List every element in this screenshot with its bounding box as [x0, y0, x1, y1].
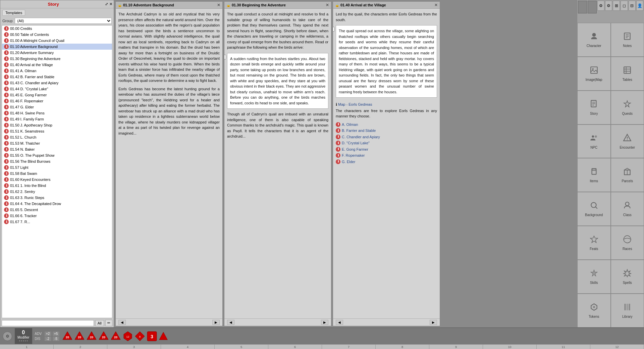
top-icon-btn-3[interactable]: ◻ — [621, 1, 628, 11]
story-item-icon: ℹ — [4, 189, 9, 194]
story-list-item[interactable]: ℹ01.44 D. "Crystal Lake" — [2, 86, 112, 92]
story-list-item[interactable]: ℹ01.51 K. Seamstress — [2, 128, 112, 134]
link-label[interactable]: F. Ropemaker — [342, 153, 365, 158]
sidebar-btn-quests[interactable]: Quests — [611, 91, 644, 124]
story-list-item[interactable]: ℹ01.42 B. Farrier and Stable — [2, 74, 112, 80]
sidebar-btn-spells[interactable]: Spells — [611, 260, 644, 294]
story-list-item[interactable]: ℹ01.52 L. Church — [2, 134, 112, 140]
top-icon-btn-1[interactable]: ⚙ — [605, 1, 612, 11]
sidebar-btn-class[interactable]: Class — [611, 192, 644, 226]
group-select[interactable]: (All) — [15, 18, 112, 24]
top-icon-btn-5[interactable]: 👤 — [636, 1, 643, 11]
close-button-2[interactable]: ✕ — [326, 3, 329, 7]
die-d20-1[interactable]: 20 — [62, 331, 73, 342]
sidebar-btn-skills[interactable]: Skills — [577, 260, 611, 294]
sidebar-btn-parcels[interactable]: Parcels — [611, 158, 644, 192]
sidebar-btn-tables[interactable]: Tables — [611, 57, 644, 91]
story-list-item[interactable]: ℹ01.54 N. Baker — [2, 146, 112, 152]
story-list-item[interactable]: ℹ01.62 2. Sentry — [2, 189, 112, 195]
die-triangle[interactable] — [159, 332, 168, 341]
resize-icon[interactable]: ⤢ — [105, 2, 108, 6]
story-list-item[interactable]: ℹ00.50 Table of Contents — [2, 32, 112, 38]
top-icon-btn-4[interactable]: ⊟ — [629, 1, 636, 11]
story-list-item[interactable]: ℹ01.00 A Midnight Council of Quail — [2, 38, 112, 44]
link-label[interactable]: E. Gong Farmer — [342, 147, 368, 152]
link-label[interactable]: B. Farrier and Stable — [342, 128, 376, 134]
stat-dis-label: DIS — [35, 337, 43, 341]
nav-prev-3[interactable]: ◀ — [336, 320, 343, 325]
location-link: ℹ D. "Crystal Lake" — [336, 140, 437, 146]
story-list-item[interactable]: ℹ01.66 6. Tracker — [2, 213, 112, 219]
sidebar-btn-races[interactable]: Races — [611, 226, 644, 260]
story-list-item[interactable]: ℹ01.20 Adventure Summary — [2, 50, 112, 56]
nav-next-2[interactable]: ▶ — [321, 320, 328, 325]
callout-checkbox-2[interactable] — [224, 55, 226, 59]
edit-button[interactable]: ✏ — [105, 320, 112, 326]
link-label[interactable]: D. "Crystal Lake" — [342, 140, 370, 146]
nav-prev-2[interactable]: ◀ — [227, 320, 234, 325]
story-list-item[interactable]: ℹ01.67 7. R... — [2, 219, 112, 225]
sidebar-btn-notes[interactable]: Notes — [611, 23, 644, 57]
sidebar-btn-tokens[interactable]: Tokens — [577, 294, 611, 328]
die-d12[interactable]: 12 — [122, 331, 133, 342]
story-list-item[interactable]: ℹ01.49 I. Family Farm — [2, 116, 112, 122]
story-list-item[interactable]: ℹ01.30 Beginning the Adventure — [2, 56, 112, 62]
story-list-item[interactable]: ℹ01.60 Keyed Encounters — [2, 177, 112, 183]
sidebar-btn-npc[interactable]: NPC — [577, 124, 611, 158]
ruler-mark: 7 — [322, 345, 376, 349]
sidebar-btn-background[interactable]: Background — [577, 192, 611, 226]
sidebar-btn-library[interactable]: Library — [611, 294, 644, 328]
die-d20-5[interactable]: 20 — [110, 331, 121, 342]
link-label[interactable]: C. Chandler and Apiary — [342, 134, 380, 140]
story-list-item[interactable]: ℹ01.46 F. Ropemaker — [2, 98, 112, 104]
die-d20-2[interactable]: 20 — [74, 331, 85, 342]
callout-checkbox-3[interactable] — [333, 27, 335, 32]
story-list-item[interactable]: ℹ01.65 5. Descent — [2, 207, 112, 213]
story-list-item[interactable]: ℹ01.48 H. Swine Pens — [2, 110, 112, 116]
thumbnail-2[interactable] — [588, 1, 597, 13]
top-icon-btn-2[interactable]: ⊞ — [613, 1, 620, 11]
story-list-item[interactable]: ℹ01.57 Light — [2, 164, 112, 170]
settings-button[interactable]: ⚙ — [3, 332, 12, 341]
story-list-item[interactable]: ℹ01.50 J. Apothecary Shop — [2, 122, 112, 128]
story-list-item[interactable]: ℹ01.41 A. Oilman — [2, 68, 112, 74]
die-num3[interactable]: 3 — [147, 331, 157, 342]
nav-next-1[interactable]: ▶ — [212, 320, 220, 325]
story-list-item[interactable]: ℹ01.63 3. Runic Steps — [2, 195, 112, 201]
map-link-label[interactable]: Map - Eorls Gedreas — [338, 102, 372, 107]
stat-adv-val: +2 — [45, 332, 51, 336]
sidebar-btn-character[interactable]: Character — [577, 23, 611, 57]
story-list-item[interactable]: ℹ01.53 M. Thatcher — [2, 140, 112, 146]
die-d20-4[interactable]: 20 — [98, 331, 109, 342]
story-list-item[interactable]: ℹ00.00 Credits — [2, 26, 112, 32]
nav-prev-1[interactable]: ◀ — [118, 320, 126, 325]
top-icon-btn-0[interactable]: ⚙ — [597, 1, 604, 11]
close-button-1[interactable]: ✕ — [217, 3, 220, 7]
nav-next-3[interactable]: ▶ — [430, 320, 437, 325]
story-list-item[interactable]: ℹ01.64 4. The Decapitated Drow — [2, 201, 112, 207]
die-d8[interactable]: 8 — [135, 331, 145, 342]
search-input[interactable] — [2, 320, 94, 326]
story-list-item[interactable]: ℹ01.56 The Blind Burrows — [2, 158, 112, 164]
story-list-item[interactable]: ℹ01.40 Arrival at the Village — [2, 62, 112, 68]
story-list-item[interactable]: ℹ01.58 Bat Swam — [2, 170, 112, 177]
link-label[interactable]: G. Elder — [342, 159, 355, 165]
story-list-item[interactable]: ℹ01.10 Adventure Background — [2, 44, 112, 50]
die-d20-3[interactable]: 20 — [86, 331, 97, 342]
thumbnail-1[interactable] — [578, 1, 587, 13]
all-button[interactable]: All — [95, 320, 104, 326]
sidebar-btn-story[interactable]: Story — [577, 91, 611, 124]
templates-button[interactable]: Templates — [2, 10, 25, 16]
sidebar-btn-feats[interactable]: Feats — [577, 226, 611, 260]
story-list-item[interactable]: ℹ01.61 1. Into the Blind — [2, 183, 112, 189]
story-list-item[interactable]: ℹ01.47 G. Elder — [2, 104, 112, 110]
link-label[interactable]: A. Oilman — [342, 122, 358, 128]
sidebar-btn-image-map[interactable]: Image|Map — [577, 57, 611, 91]
sidebar-btn-items[interactable]: Items — [577, 158, 611, 192]
story-list-item[interactable]: ℹ01.45 E. Gong Farmer — [2, 92, 112, 98]
story-list-item[interactable]: ℹ01.55 O. The Puppet Show — [2, 152, 112, 158]
close-icon[interactable]: ✕ — [109, 2, 112, 6]
sidebar-btn-encounter[interactable]: Encounter — [611, 124, 644, 158]
story-list-item[interactable]: ℹ01.43 C. Chandler and Apiary — [2, 80, 112, 86]
close-button-3[interactable]: ✕ — [434, 3, 438, 7]
